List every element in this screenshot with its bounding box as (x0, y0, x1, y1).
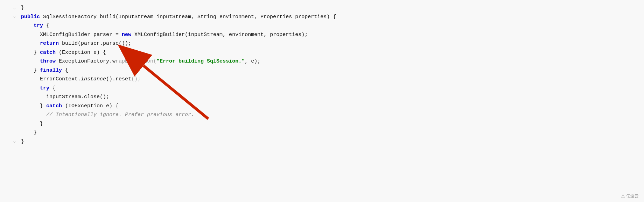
code-text: ErrorContext.instance().reset (40, 75, 131, 84)
code-text: (IOException e) { (62, 102, 119, 111)
code-line: XMLConfigBuilder parser = new XMLConfigB… (0, 30, 644, 39)
code-text: } (34, 48, 40, 57)
indent (21, 30, 40, 39)
fold-icon[interactable]: ⌵ (13, 13, 16, 20)
code-text: } (21, 137, 24, 146)
code-text: } (34, 128, 37, 137)
gutter (0, 93, 19, 102)
code-text: (Exception e) { (56, 48, 106, 57)
gutter (0, 128, 19, 137)
code-line: } (0, 128, 644, 137)
code-text: { (49, 84, 56, 93)
indent (21, 102, 40, 111)
gutter (0, 48, 19, 57)
code-line: // Intentionally ignore. Prefer previous… (0, 110, 644, 120)
code-container: ⌵ } ⌵ public SqlSessionFactory build(Inp… (0, 0, 644, 202)
keyword-return: return (40, 39, 59, 48)
indent (21, 128, 34, 137)
indent (21, 66, 34, 75)
code-text: } (40, 120, 43, 129)
keyword-catch: catch (40, 48, 56, 57)
indent (21, 120, 40, 129)
gutter (0, 75, 19, 84)
gutter (0, 30, 19, 39)
code-line: throw ExceptionFactory.wrapException("Er… (0, 57, 644, 66)
keyword-throw: throw (40, 57, 56, 66)
code-line: } catch (Exception e) { (0, 48, 644, 57)
code-line: inputStream.close(); (0, 93, 644, 102)
gutter: ⌵ (0, 3, 19, 13)
fold-icon[interactable]: ⌵ (13, 5, 16, 12)
code-line: } catch (IOException e) { (0, 102, 644, 111)
code-line: } finally { (0, 66, 644, 75)
code-line: return build(parser.parse()); (0, 39, 644, 48)
code-text: } (21, 3, 24, 13)
keyword-try: try (34, 21, 43, 30)
indent (21, 110, 46, 120)
gutter: ⌵ (0, 137, 19, 146)
gutter (0, 57, 19, 66)
gutter (0, 84, 19, 93)
code-text: ExceptionFactory.w (56, 57, 115, 66)
code-text: build(parser.parse()); (59, 39, 131, 48)
keyword-try2: try (40, 84, 49, 93)
code-line: ⌵ public SqlSessionFactory build(InputSt… (0, 13, 644, 22)
code-text: } (40, 102, 46, 111)
keyword-new: new (122, 30, 131, 39)
indent (21, 39, 40, 48)
code-text: SqlSessionFactory build(InputStream inpu… (40, 13, 336, 22)
gutter (0, 39, 19, 48)
indent (21, 75, 40, 84)
indent (21, 93, 46, 102)
code-text: { (43, 21, 49, 30)
keyword-catch2: catch (46, 102, 62, 111)
comment-text: // Intentionally ignore. Prefer previous… (46, 110, 194, 120)
keyword-finally: finally (40, 66, 62, 75)
code-text: } (34, 66, 40, 75)
code-text: inputStream.close(); (46, 93, 109, 102)
gutter (0, 110, 19, 120)
gutter (0, 21, 19, 30)
indent (21, 57, 40, 66)
code-line: try { (0, 21, 644, 30)
string-literal: "Error building SqlSession." (156, 57, 245, 66)
indent (21, 48, 34, 57)
indent (21, 84, 40, 93)
code-line: ⌵ } (0, 137, 644, 146)
keyword-public: public (21, 13, 40, 22)
code-line: ErrorContext.instance().reset(); (0, 75, 644, 84)
code-line: ⌵ } (0, 3, 644, 13)
watermark: △ 亿速云 (621, 193, 639, 199)
code-text: XMLConfigBuilder(inputStream, environmen… (131, 30, 308, 39)
code-text: { (62, 66, 68, 75)
gutter (0, 120, 19, 129)
gutter (0, 66, 19, 75)
code-text: XMLConfigBuilder parser = (40, 30, 122, 39)
indent (21, 21, 34, 30)
fold-icon-bottom[interactable]: ⌵ (13, 138, 16, 145)
gutter (0, 102, 19, 111)
gutter: ⌵ (0, 13, 19, 22)
code-line: } (0, 120, 644, 129)
code-line: try { (0, 84, 644, 93)
